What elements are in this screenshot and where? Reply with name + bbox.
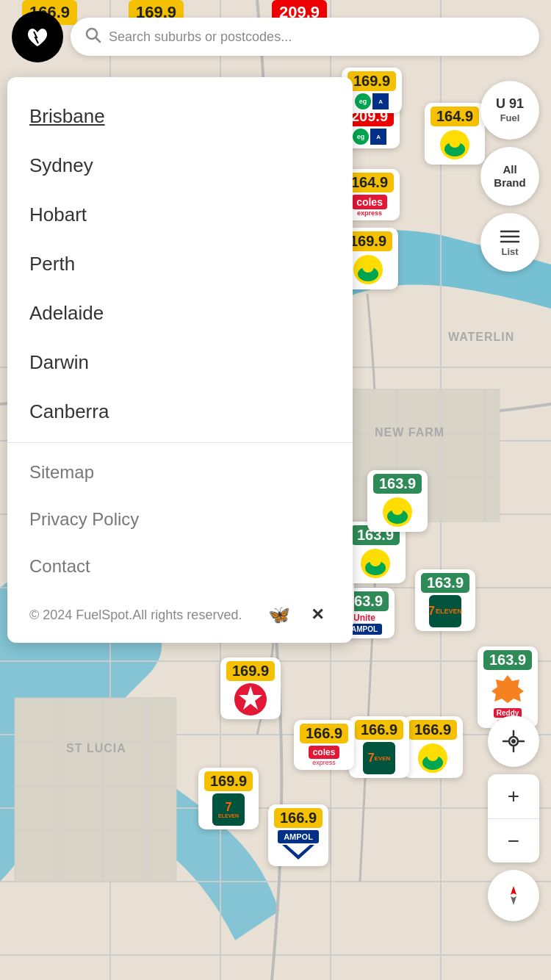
pin-bp-166[interactable]: 166.9 — [403, 716, 463, 778]
menu-footer: © 2024 FuelSpot.All rights reserved. 🦋 ✕ — [7, 590, 353, 628]
city-dropdown-menu: Brisbane Sydney Hobart Perth Adelaide Da… — [7, 77, 353, 643]
menu-divider — [7, 442, 353, 443]
copyright-text: © 2024 FuelSpot.All rights reserved. — [29, 608, 254, 623]
zoom-in-button[interactable]: + — [488, 774, 539, 818]
fuel-type-value: U 91 — [496, 97, 524, 112]
location-button[interactable] — [488, 716, 539, 767]
pin-7eleven-169-bottom[interactable]: 169.9 7 ELEVEN — [198, 768, 259, 829]
app-logo[interactable] — [12, 11, 63, 62]
header: Search suburbs or postcodes... — [0, 0, 551, 66]
bottom-controls: + − — [488, 716, 539, 921]
butterfly-social-icon[interactable]: 🦋 — [266, 602, 292, 628]
pin-bp-163-1[interactable]: 163.9 — [367, 470, 428, 532]
zoom-controls: + − — [488, 774, 539, 862]
menu-item-sitemap[interactable]: Sitemap — [7, 449, 353, 496]
pin-coles-166[interactable]: 166.9 coles express — [294, 720, 354, 770]
search-icon — [85, 27, 101, 46]
menu-item-sydney[interactable]: Sydney — [7, 141, 353, 190]
x-social-icon[interactable]: ✕ — [304, 602, 331, 628]
menu-item-darwin[interactable]: Darwin — [7, 338, 353, 387]
svg-marker-47 — [239, 686, 262, 710]
pin-7eleven-163-right[interactable]: 163.9 7 ELEVEN — [415, 569, 475, 631]
list-icon — [500, 228, 520, 245]
compass-icon — [503, 884, 525, 907]
svg-point-58 — [511, 739, 516, 743]
zoom-out-button[interactable]: − — [488, 818, 539, 862]
menu-item-privacy[interactable]: Privacy Policy — [7, 496, 353, 543]
svg-rect-14 — [15, 698, 176, 882]
pin-star-169[interactable]: 169.9 — [220, 657, 281, 719]
brand-label: Brand — [494, 176, 525, 190]
search-placeholder: Search suburbs or postcodes... — [109, 29, 292, 45]
right-controls: U 91 Fuel All Brand List — [480, 81, 539, 272]
svg-point-35 — [449, 136, 461, 148]
list-view-button[interactable]: List — [480, 213, 539, 272]
pin-ampol-166-bottom[interactable]: 166.9 AMPOL — [268, 804, 328, 866]
svg-point-38 — [362, 261, 374, 273]
svg-point-41 — [392, 503, 403, 515]
menu-item-perth[interactable]: Perth — [7, 239, 353, 289]
list-label: List — [501, 246, 518, 257]
svg-marker-51 — [282, 845, 314, 860]
svg-marker-59 — [511, 886, 516, 895]
pin-7eleven-166[interactable]: 166.9 7 EVEN — [349, 716, 409, 778]
location-icon — [502, 729, 525, 753]
menu-item-canberra[interactable]: Canberra — [7, 387, 353, 436]
fuel-label: Fuel — [500, 112, 520, 123]
svg-point-44 — [370, 555, 381, 566]
fuel-type-button[interactable]: U 91 Fuel — [480, 81, 539, 140]
compass-button[interactable] — [488, 870, 539, 921]
svg-point-50 — [427, 749, 439, 761]
search-bar[interactable]: Search suburbs or postcodes... — [71, 18, 539, 56]
pin-bp-164[interactable]: 164.9 — [425, 103, 485, 165]
menu-item-adelaide[interactable]: Adelaide — [7, 289, 353, 338]
svg-line-29 — [96, 37, 100, 42]
menu-item-brisbane[interactable]: Brisbane — [7, 92, 353, 141]
menu-item-hobart[interactable]: Hobart — [7, 190, 353, 239]
brand-all-label: All — [503, 163, 516, 176]
brand-filter-button[interactable]: All Brand — [480, 147, 539, 206]
menu-item-contact[interactable]: Contact — [7, 543, 353, 590]
svg-marker-60 — [511, 896, 516, 905]
